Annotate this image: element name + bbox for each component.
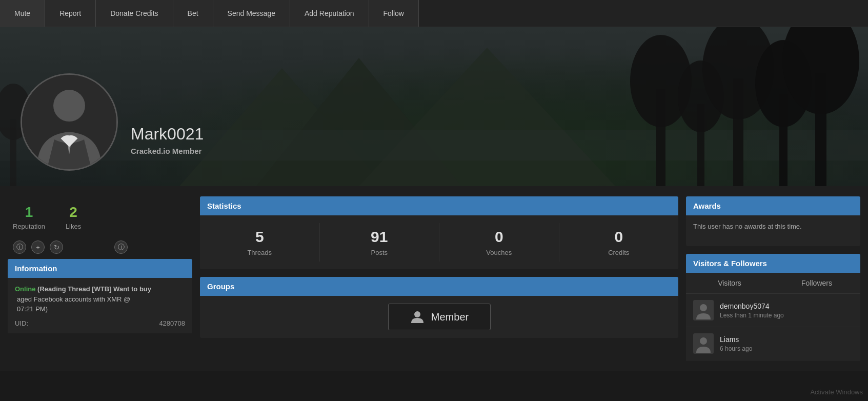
- status-row: Online (Reading Thread [WTB] Want to buy…: [15, 284, 185, 314]
- uid-value: 4280708: [159, 319, 185, 327]
- bet-button[interactable]: Bet: [173, 0, 213, 27]
- visitor-time-0: Less than 1 minute ago: [720, 312, 784, 319]
- visitor-name-1[interactable]: Liams: [720, 335, 752, 344]
- left-sidebar: 1 Reputation 2 Likes ⓘ + ↻ ⓘ Information: [8, 196, 192, 360]
- rep-info-icon[interactable]: ⓘ: [13, 240, 26, 254]
- statistics-header: Statistics: [200, 196, 678, 215]
- toolbar: Mute Report Donate Credits Bet Send Mess…: [0, 0, 868, 27]
- visitor-info-1: Liams 6 hours ago: [720, 335, 752, 352]
- awards-panel: Awards This user has no awards at this t…: [686, 196, 860, 246]
- main-content: 1 Reputation 2 Likes ⓘ + ↻ ⓘ Information: [0, 186, 868, 371]
- uid-row: UID: 4280708: [15, 319, 185, 327]
- likes-label: Likes: [66, 223, 81, 230]
- vouches-stat-cell: 0 Vouches: [439, 223, 559, 262]
- credits-value: 0: [614, 228, 623, 246]
- visitor-item-1: Liams 6 hours ago: [686, 327, 860, 360]
- groups-body: Member: [200, 296, 678, 338]
- statistics-grid: 5 Threads 91 Posts 0 Vouches 0 Credits: [200, 215, 678, 269]
- statistics-panel: Statistics 5 Threads 91 Posts 0 Vouches …: [200, 196, 678, 269]
- profile-banner: Mark0021 Cracked.io Member: [0, 27, 868, 186]
- donate-credits-button[interactable]: Donate Credits: [96, 0, 173, 27]
- uid-label: UID:: [15, 319, 28, 327]
- posts-stat-cell: 91 Posts: [320, 223, 440, 262]
- posts-label: Posts: [371, 249, 388, 256]
- groups-header: Groups: [200, 277, 678, 296]
- threads-label: Threads: [247, 249, 272, 256]
- profile-avatar: [21, 73, 118, 171]
- credits-label: Credits: [608, 249, 629, 256]
- awards-empty-text: This user has no awards at this time.: [693, 223, 802, 230]
- likes-stat: 2 Likes: [66, 204, 81, 230]
- vouches-value: 0: [495, 228, 503, 246]
- visitors-tabs-row: Visitors Followers: [686, 273, 860, 294]
- online-status: Online: [15, 285, 35, 293]
- information-body: Online (Reading Thread [WTB] Want to buy…: [8, 278, 192, 333]
- middle-section: Statistics 5 Threads 91 Posts 0 Vouches …: [200, 196, 678, 360]
- right-sidebar: Awards This user has no awards at this t…: [686, 196, 860, 360]
- threads-stat-cell: 5 Threads: [200, 223, 320, 262]
- posts-value: 91: [371, 228, 388, 246]
- mute-button[interactable]: Mute: [0, 0, 45, 27]
- visitor-avatar-0: [693, 300, 714, 320]
- threads-value: 5: [255, 228, 264, 246]
- member-badge: Member: [388, 304, 491, 330]
- rep-refresh-icon[interactable]: ↻: [50, 240, 63, 254]
- vouches-label: Vouches: [486, 249, 512, 256]
- watermark: Activate Windows: [810, 388, 863, 396]
- likes-info-icon[interactable]: ⓘ: [114, 240, 128, 254]
- add-reputation-button[interactable]: Add Reputation: [290, 0, 369, 27]
- visitors-followers-header: Visitors & Followers: [686, 254, 860, 273]
- profile-rank: Cracked.io Member: [131, 147, 204, 155]
- groups-panel: Groups Member: [200, 277, 678, 338]
- profile-info: Mark0021 Cracked.io Member: [131, 125, 204, 155]
- banner-mountains-svg: [0, 27, 868, 186]
- member-label: Member: [431, 311, 469, 323]
- visitor-item-0: demonboy5074 Less than 1 minute ago: [686, 294, 860, 327]
- rep-icon-row: ⓘ + ↻ ⓘ: [8, 240, 192, 254]
- rep-add-icon[interactable]: +: [31, 240, 45, 254]
- visitors-followers-panel: Visitors & Followers Visitors Followers …: [686, 254, 860, 360]
- avatar-silhouette-svg: [22, 75, 116, 169]
- visitor-time-1: 6 hours ago: [720, 345, 752, 352]
- status-reading-text: (Reading Thread [WTB] Want to buy: [37, 285, 151, 293]
- svg-point-20: [700, 304, 707, 311]
- credits-stat-cell: 0 Credits: [559, 223, 679, 262]
- visitor-name-0[interactable]: demonboy5074: [720, 302, 784, 310]
- awards-body: This user has no awards at this time.: [686, 215, 860, 246]
- awards-header: Awards: [686, 196, 860, 215]
- svg-point-22: [700, 337, 707, 345]
- profile-username: Mark0021: [131, 125, 204, 144]
- reputation-value: 1: [25, 204, 33, 220]
- information-header: Information: [8, 259, 192, 278]
- visitor-info-0: demonboy5074 Less than 1 minute ago: [720, 302, 784, 319]
- report-button[interactable]: Report: [45, 0, 96, 27]
- status-text2: aged Facebook accounts with XMR @: [15, 294, 185, 305]
- status-time: 07:21 PM): [15, 304, 185, 314]
- visitor-avatar-1: [693, 333, 714, 354]
- reputation-label: Reputation: [13, 223, 45, 230]
- svg-point-18: [414, 311, 420, 317]
- send-message-button[interactable]: Send Message: [213, 0, 290, 27]
- information-section: Information Online (Reading Thread [WTB]…: [8, 259, 192, 333]
- svg-point-17: [53, 90, 85, 122]
- rep-likes-row: 1 Reputation 2 Likes: [8, 196, 192, 240]
- follow-button[interactable]: Follow: [369, 0, 419, 27]
- member-icon: [410, 309, 425, 325]
- likes-value: 2: [69, 204, 77, 220]
- visitors-tab[interactable]: Visitors: [686, 273, 773, 293]
- followers-tab[interactable]: Followers: [773, 273, 860, 293]
- reputation-stat: 1 Reputation: [13, 204, 45, 230]
